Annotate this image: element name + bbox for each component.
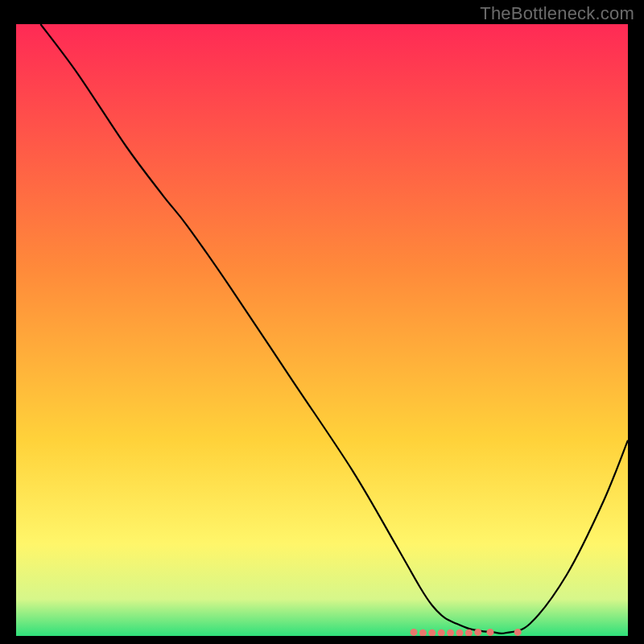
scatter-point [514, 629, 522, 636]
chart-gradient-background [16, 24, 628, 636]
chart-svg [16, 24, 628, 636]
scatter-point [487, 629, 494, 636]
watermark-label: TheBottleneck.com [480, 3, 634, 24]
scatter-point [474, 629, 481, 636]
chart-plot-area [16, 24, 628, 636]
chart-container: TheBottleneck.com [0, 0, 644, 644]
scatter-point [411, 629, 418, 636]
